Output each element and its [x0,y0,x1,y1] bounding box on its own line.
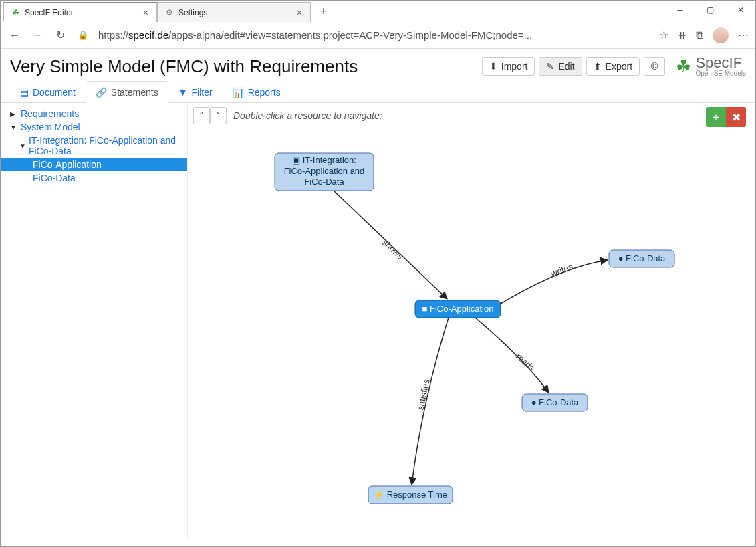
about-label: © [651,61,658,72]
node-label: ● FiCo-Data [531,397,579,407]
tree-item-fico-data[interactable]: FiCo-Data [1,171,187,185]
specif-logo: ☘ SpecIF Open SE Models [676,56,746,77]
tree-label: FiCo-Application [33,159,102,170]
node-label: FiCo-Application and [284,166,365,176]
edit-label: Edit [558,61,574,72]
relation-graph: ▣ IT-Integration: FiCo-Application and F… [188,103,755,538]
edge-label: shows [380,237,406,261]
import-label: Import [501,61,528,72]
chart-icon: 📊 [233,87,244,98]
tab-statements[interactable]: 🔗Statements [86,81,168,103]
tree-label: System Model [21,122,80,132]
graph-canvas: ˄ ˅ Double-click a resource to navigate:… [188,103,755,538]
app-header: Very Simple Model (FMC) with Requirement… [1,49,755,81]
window-maximize-button[interactable]: ▢ [695,1,725,19]
address-bar: ← → ↻ 🔒 https://specif.de/apps-alpha/edi… [1,22,755,49]
url-field[interactable]: https://specif.de/apps-alpha/edit#view=s… [98,29,651,41]
filter-icon: ▼ [178,87,188,98]
edge-reads [475,318,549,393]
back-button[interactable]: ← [7,29,22,41]
edge-label: reads [514,351,537,373]
edge-writes [501,260,608,304]
url-prefix: https:// [98,29,128,41]
window-titlebar: ☘ SpecIF Editor × ⚙ Settings × + ─ ▢ ✕ [1,1,755,22]
edge-label: satisfies [415,378,432,411]
favorites-icon[interactable]: ⧺ [678,29,686,41]
tree-item-fico-application[interactable]: FiCo-Application [1,158,187,171]
export-label: Export [606,61,632,72]
lock-icon: 🔒 [76,30,90,40]
tab-label: SpecIF Editor [25,8,74,17]
brand-name: SpecIF [695,56,746,70]
export-button[interactable]: ⬆Export [586,57,640,76]
tree-item-system-model[interactable]: ▼System Model [1,120,187,134]
window-minimize-button[interactable]: ─ [665,1,695,19]
tab-filter[interactable]: ▼Filter [168,81,223,103]
node-label: ▣ IT-Integration: [292,155,356,165]
node-label: FiCo-Data [304,177,344,187]
about-button[interactable]: © [644,57,665,76]
view-tabs: ▤Document 🔗Statements ▼Filter 📊Reports [1,81,755,103]
import-button[interactable]: ⬇Import [482,57,535,76]
node-label: ■ FiCo-Application [422,304,494,314]
node-label: ⚡ Response Time [374,489,447,500]
window-close-button[interactable]: ✕ [725,1,755,19]
collections-icon[interactable]: ⧉ [696,29,703,41]
tree-item-requirements[interactable]: ▶Requirements [1,107,187,120]
node-label: ● FiCo-Data [618,253,666,263]
tab-label: Statements [111,87,158,98]
document-icon: ▤ [20,87,29,98]
chevron-right-icon: ▶ [10,110,18,118]
browser-tab-specif[interactable]: ☘ SpecIF Editor × [3,2,157,22]
new-tab-button[interactable]: + [315,3,332,20]
chevron-down-icon: ▼ [19,142,26,150]
tab-label: Reports [248,87,281,98]
tab-label: Document [33,87,76,98]
refresh-button[interactable]: ↻ [53,29,68,41]
tab-reports[interactable]: 📊Reports [223,81,291,103]
tree-item-it-integration[interactable]: ▼IT-Integration: FiCo-Application and Fi… [1,134,187,158]
tree-label: IT-Integration: FiCo-Application and FiC… [29,135,182,156]
tree-label: FiCo-Data [33,173,76,183]
forward-button[interactable]: → [30,29,45,41]
url-path: /apps-alpha/edit#view=statements;project… [168,29,532,41]
brand-sub: Open SE Models [695,70,746,77]
more-icon[interactable]: ⋯ [738,29,749,41]
chevron-down-icon: ▼ [10,124,18,131]
tab-label: Settings [178,8,207,17]
specif-clover-icon: ☘ [12,8,19,17]
page-title: Very Simple Model (FMC) with Requirement… [10,56,358,77]
edit-button[interactable]: ✎Edit [539,57,582,76]
profile-avatar[interactable] [713,27,729,43]
clover-icon: ☘ [676,56,691,77]
close-icon[interactable]: × [297,7,302,18]
export-icon: ⬆ [594,61,602,72]
edge-label: writes [549,261,574,279]
gear-icon: ⚙ [166,8,173,17]
pencil-icon: ✎ [546,61,554,72]
url-host: specif.de [128,29,168,41]
tab-document[interactable]: ▤Document [10,81,86,103]
tab-label: Filter [192,87,213,98]
browser-tab-settings[interactable]: ⚙ Settings × [157,2,311,22]
import-icon: ⬇ [489,61,497,72]
tree-sidebar: ▶Requirements ▼System Model ▼IT-Integrat… [1,103,188,538]
star-icon[interactable]: ☆ [659,29,668,41]
tree-label: Requirements [21,108,79,119]
link-icon: 🔗 [96,87,107,98]
close-icon[interactable]: × [143,7,148,18]
